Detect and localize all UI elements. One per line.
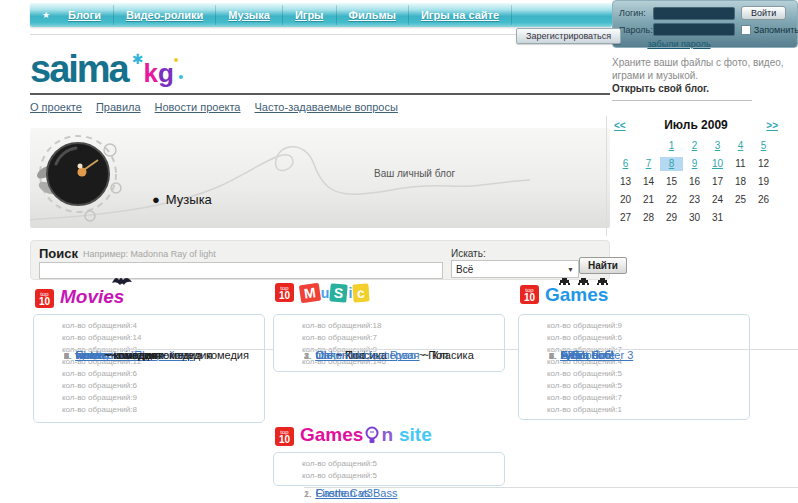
calendar-day: 26 — [752, 193, 775, 207]
divider-calendar — [606, 116, 607, 236]
calendar-day[interactable]: 6 — [614, 157, 637, 171]
list-item: 1.Silent Hunter 3 кол-во обращений:9 — [519, 319, 749, 331]
calendar-day[interactable]: 2 — [683, 139, 706, 153]
calendar-day[interactable]: 10 — [706, 157, 729, 171]
subnav-item[interactable]: Правила — [96, 101, 141, 113]
password-input[interactable] — [653, 23, 735, 36]
register-button[interactable]: Зарегистрироваться — [516, 28, 621, 44]
search-panel: Поиск Например: Madonna Ray of light Иск… — [30, 240, 610, 280]
item-link[interactable]: куцкц — [561, 349, 589, 361]
item-number: 4. — [304, 351, 312, 361]
calendar-day[interactable]: 8 — [660, 157, 683, 171]
login-input[interactable] — [653, 7, 735, 20]
top10-badge: top 10 — [275, 283, 294, 302]
sub-navigation: О проектеПравилаНовости проектаЧасто-зад… — [30, 101, 398, 113]
bat-icon — [112, 275, 132, 286]
subnav-item[interactable]: О проекте — [30, 101, 82, 113]
item-link[interactable]: Fireman vs Bass — [316, 487, 398, 499]
top-navbar: ★ БлогиВидео-роликиМузыкаИгрыФильмыИгры … — [30, 3, 612, 27]
list-item: 4.Сплин песнь первая~ Класика кол-во обр… — [274, 355, 504, 367]
calendar-day: 30 — [683, 211, 706, 225]
list-item: 9.fwrtw~ комедия — [34, 415, 264, 418]
games-on-site-list: 1.Castle Cat3 кол-во обращений:5 2.Firem… — [273, 452, 505, 486]
music-title-letter: u — [321, 285, 330, 301]
banner-music-label: Музыка — [166, 192, 212, 207]
games-list: 1.Silent Hunter 3 кол-во обращений:9 2.E… — [518, 314, 750, 420]
list-item: 2.Fireman vs Bass кол-во обращений:5 — [274, 469, 504, 481]
logo-dot-icon — [179, 75, 183, 79]
remember-checkbox[interactable] — [741, 25, 751, 35]
games-header: top 10 Games — [520, 278, 608, 306]
logo-letter: g — [158, 58, 174, 88]
calendar-day: 14 — [637, 175, 660, 189]
login-button[interactable]: Войти — [741, 6, 786, 20]
calendar-day — [729, 211, 752, 225]
calendar-day: 28 — [637, 211, 660, 225]
bullet-icon: ● — [152, 192, 160, 207]
calendar-day[interactable]: 3 — [706, 139, 729, 153]
subnav-item[interactable]: Новости проекта — [155, 101, 241, 113]
item-number: 2. — [304, 489, 312, 499]
item-count: кол-во обращений:6 — [547, 333, 741, 342]
item-count: кол-во обращений:9 — [62, 393, 256, 402]
calendar-day: 19 — [752, 175, 775, 189]
calendar-day[interactable]: 7 — [637, 157, 660, 171]
item-count: кол-во обращений:7 — [302, 333, 496, 342]
nav-item[interactable]: Музыка — [216, 5, 283, 25]
calendar-day: 27 — [614, 211, 637, 225]
search-input[interactable] — [39, 262, 443, 279]
login-label: Логин: — [619, 8, 653, 18]
password-label: Пароль: — [619, 25, 653, 35]
nav-item[interactable]: Видео-ролики — [114, 5, 216, 25]
search-hint: Например: Madonna Ray of light — [83, 249, 216, 259]
calendar-day — [637, 139, 660, 153]
search-button[interactable]: Найти — [579, 257, 627, 274]
movies-list: 1.Поколение Пи трейлер~ комедия кол-во о… — [33, 314, 265, 423]
item-count: кол-во обращений:14 — [62, 333, 256, 342]
calendar-day[interactable]: 9 — [683, 157, 706, 171]
gos-title-site: site — [399, 424, 432, 446]
calendar-day — [614, 139, 637, 153]
list-item: 2.fgwerg~ комедия кол-во обращений:14 — [34, 331, 264, 343]
logo-letter: k — [143, 58, 157, 88]
item-count: кол-во обращений:5 — [302, 459, 496, 468]
calendar-prev-button[interactable]: << — [614, 120, 626, 131]
calendar-day: 22 — [660, 193, 683, 207]
item-link[interactable]: Сплин песнь первая — [316, 349, 420, 361]
item-number: 8. — [549, 351, 557, 361]
forgot-password-link[interactable]: забыли пароль — [619, 39, 739, 49]
nav-item[interactable]: Фильмы — [337, 5, 409, 25]
movies-title: Movies — [60, 286, 124, 308]
banner-music-item[interactable]: ●Музыка — [152, 192, 212, 207]
games-title: Games — [545, 284, 608, 306]
nav-item[interactable]: Игры на сайте — [409, 5, 512, 25]
music-title-letter: c — [353, 283, 370, 302]
divider-logo — [30, 93, 610, 95]
calendar-day[interactable]: 4 — [729, 139, 752, 153]
item-count: кол-во обращений:9 — [547, 321, 741, 330]
calendar-grid: 1234567891011121314151617181920212223242… — [614, 139, 778, 225]
item-count: кол-во обращений:18 — [302, 321, 496, 330]
calendar-day: 18 — [729, 175, 752, 189]
top10-badge: top 10 — [275, 427, 294, 446]
clock-ornament-icon — [30, 128, 126, 224]
open-blog-link[interactable]: Открыть свой блог. — [612, 83, 709, 94]
search-select[interactable]: Всё ▼ — [451, 260, 579, 278]
item-count: кол-во обращений:1 — [547, 405, 741, 414]
home-star-icon: ★ — [42, 10, 50, 20]
item-link[interactable]: fwrtw — [76, 349, 102, 361]
lightbulb-icon — [365, 425, 379, 445]
calendar-day[interactable]: 1 — [660, 139, 683, 153]
item-count: кол-во обращений:7 — [547, 393, 741, 402]
item-count: кол-во обращений:5 — [547, 369, 741, 378]
calendar-day[interactable]: 5 — [752, 139, 775, 153]
list-item: 1.Поколение Пи трейлер~ комедия кол-во о… — [34, 319, 264, 331]
calendar-next-button[interactable]: >> — [766, 120, 778, 131]
subnav-item[interactable]: Часто-задаваемые вопросы — [254, 101, 397, 113]
calendar-day: 11 — [729, 157, 752, 171]
nav-item[interactable]: Игры — [283, 5, 337, 25]
list-item: 7.Губка боб! кол-во обращений:7 — [519, 391, 749, 403]
nav-item[interactable]: Блоги — [56, 5, 114, 25]
item-count: кол-во обращений:8 — [62, 405, 256, 414]
music-list: 1.Oakenfold feat Ryan~ Поп кол-во обраще… — [273, 314, 505, 372]
